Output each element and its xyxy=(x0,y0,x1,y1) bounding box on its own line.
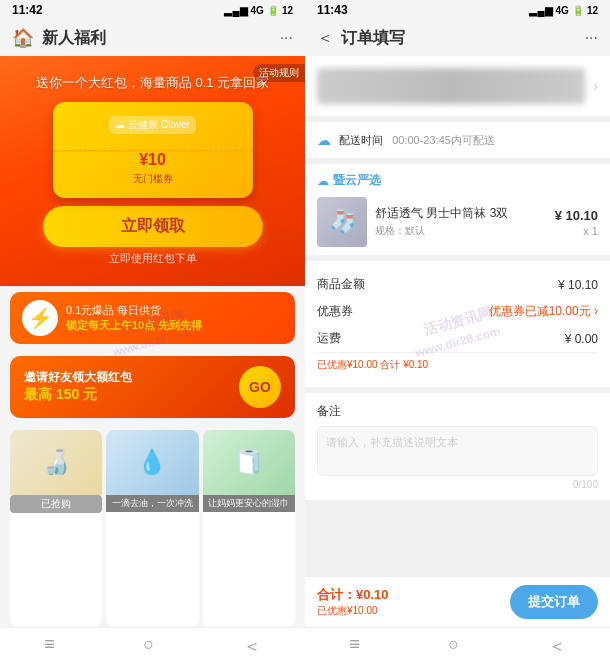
store-section: ☁ 暨云严选 🧦 舒适透气 男士中筒袜 3双 规格：默认 ¥ 10.10 x 1 xyxy=(305,158,610,255)
right-page-title: 订单填写 xyxy=(341,28,577,49)
go-button[interactable]: GO xyxy=(239,366,281,408)
right-network-type: 4G xyxy=(556,5,569,16)
right-nav-home-icon[interactable]: ○ xyxy=(448,634,459,658)
blurred-address xyxy=(317,68,585,104)
address-chevron: › xyxy=(593,78,598,94)
remark-section: 备注 请输入，补充描述说明文本 0/100 xyxy=(305,387,610,500)
product-qty: x 1 xyxy=(555,225,598,237)
coupon-row[interactable]: 优惠券 优惠券已减10.00元 › xyxy=(317,298,598,325)
nav-home-icon[interactable]: ○ xyxy=(143,634,154,658)
shipping-value: ¥ 0.00 xyxy=(565,332,598,346)
coupon-label: 优惠券 xyxy=(317,303,353,320)
store-name: 暨云严选 xyxy=(333,172,381,189)
savings-note: 已优惠¥10.00 合计 ¥0.10 xyxy=(317,358,428,372)
remark-placeholder: 请输入，补充描述说明文本 xyxy=(326,436,458,448)
right-more-options[interactable]: ··· xyxy=(585,29,598,47)
total-discount: 已优惠¥10.00 xyxy=(317,604,389,618)
cloud-icon: ☁ xyxy=(115,119,125,130)
claimed-badge: 已抢购 xyxy=(10,495,102,513)
product-card-2[interactable]: 🧻 让妈妈更安心的湿巾 xyxy=(203,430,295,628)
goods-value: ¥ 10.10 xyxy=(558,278,598,292)
delivery-section: ☁ 配送时间 00:00-23:45内可配送 xyxy=(305,116,610,158)
submit-order-button[interactable]: 提交订单 xyxy=(510,585,598,619)
product-image-2: 🧻 xyxy=(203,430,295,495)
shipping-label: 运费 xyxy=(317,330,341,347)
right-status-bar: 11:43 ▂▄▆ 4G 🔋 12 xyxy=(305,0,610,20)
left-time: 11:42 xyxy=(12,3,43,17)
home-icon[interactable]: 🏠 xyxy=(12,27,34,49)
left-nav-bar: 🏠 新人福利 ··· xyxy=(0,20,305,56)
total-info: 合计：¥0.10 已优惠¥10.00 xyxy=(317,586,389,618)
product-thumbnail: 🧦 xyxy=(317,197,367,247)
order-summary: 商品金额 ¥ 10.10 优惠券 优惠券已减10.00元 › 运费 ¥ 0.00 xyxy=(305,255,610,387)
right-nav-back-icon[interactable]: ＜ xyxy=(548,634,566,658)
threshold-label: 无门槛券 xyxy=(69,172,237,186)
right-status-icons: ▂▄▆ 4G 🔋 12 xyxy=(529,5,598,16)
main-banner: 活动规则 送你一个大红包，海量商品 0.1 元拿回家 ☁ 云健康 Clover … xyxy=(0,56,305,286)
signal-icon: ▂▄▆ xyxy=(224,5,247,16)
delivery-label: 配送时间 00:00-23:45内可配送 xyxy=(339,133,495,148)
product-card-0[interactable]: 🍶 已抢购 xyxy=(10,430,102,628)
left-bottom-nav: ≡ ○ ＜ xyxy=(0,627,305,662)
daily-deal-title: 0.1元爆品 每日供货 xyxy=(66,303,283,318)
daily-deal-subtitle: 锁定每天上午10点 先到先得 xyxy=(66,318,283,333)
product-price-qty: ¥ 10.10 x 1 xyxy=(555,208,598,237)
remark-input[interactable]: 请输入，补充描述说明文本 xyxy=(317,426,598,476)
right-panel: 11:43 ▂▄▆ 4G 🔋 12 ＜ 订单填写 ··· › ☁ xyxy=(305,0,610,662)
use-now-text: 立即使用红包下单 xyxy=(12,251,293,266)
daily-deal-section[interactable]: ⚡ 0.1元爆品 每日供货 锁定每天上午10点 先到先得 xyxy=(10,292,295,344)
product-card-1[interactable]: 💧 一滴去油，一次冲洗 xyxy=(106,430,198,628)
right-time: 11:43 xyxy=(317,3,348,17)
product-info: 舒适透气 男士中筒袜 3双 规格：默认 xyxy=(375,206,547,238)
savings-row: 已优惠¥10.00 合计 ¥0.10 xyxy=(317,353,598,377)
product-spec: 规格：默认 xyxy=(375,224,547,238)
product-image-0: 🍶 xyxy=(10,430,102,495)
clock-icon: ⚡ xyxy=(22,300,58,336)
more-options-icon[interactable]: ··· xyxy=(280,29,293,47)
claim-button[interactable]: 立即领取 xyxy=(43,206,263,247)
goods-amount-row: 商品金额 ¥ 10.10 xyxy=(317,271,598,298)
right-battery-icon: 🔋 xyxy=(572,5,584,16)
daily-deal-text: 0.1元爆品 每日供货 锁定每天上午10点 先到先得 xyxy=(66,303,283,333)
store-header: ☁ 暨云严选 xyxy=(317,172,598,189)
right-bottom-nav: ≡ ○ ＜ xyxy=(305,627,610,662)
product-item: 🧦 舒适透气 男士中筒袜 3双 规格：默认 ¥ 10.10 x 1 xyxy=(317,197,598,247)
right-bottom-bar: 合计：¥0.10 已优惠¥10.00 提交订单 xyxy=(305,576,610,627)
network-type: 4G xyxy=(251,5,264,16)
red-envelope-card: ☁ 云健康 Clover ¥10 无门槛券 xyxy=(53,102,253,198)
right-content-area: › ☁ 配送时间 00:00-23:45内可配送 ☁ 暨云严选 🧦 xyxy=(305,56,610,576)
delivery-cloud-icon: ☁ xyxy=(317,132,331,148)
battery-icon: 🔋 xyxy=(267,5,279,16)
product-image-1: 💧 xyxy=(106,430,198,495)
coupon-amount: ¥10 xyxy=(69,138,237,170)
invite-text: 邀请好友领大额红包 最高 150 元 xyxy=(24,369,132,404)
total-amount: 合计：¥0.10 xyxy=(317,586,389,604)
activity-rules-button[interactable]: 活动规则 xyxy=(253,64,305,82)
product-name: 舒适透气 男士中筒袜 3双 xyxy=(375,206,547,222)
right-signal-icon: ▂▄▆ xyxy=(529,5,552,16)
left-status-icons: ▂▄▆ 4G 🔋 12 xyxy=(224,5,293,16)
right-nav-bar: ＜ 订单填写 ··· xyxy=(305,20,610,56)
goods-label: 商品金额 xyxy=(317,276,365,293)
banner-subtitle: 送你一个大红包，海量商品 0.1 元拿回家 xyxy=(12,74,293,92)
nav-menu-icon[interactable]: ≡ xyxy=(44,634,55,658)
product-label-1: 一滴去油，一次冲洗 xyxy=(106,495,198,512)
nav-back-icon[interactable]: ＜ xyxy=(243,634,261,658)
product-grid: 🍶 已抢购 💧 一滴去油，一次冲洗 🧻 让妈妈更安心的湿巾 xyxy=(10,430,295,628)
invite-title: 邀请好友领大额红包 xyxy=(24,369,132,386)
left-panel: 11:42 ▂▄▆ 4G 🔋 12 🏠 新人福利 ··· 活动规则 送你一个大红… xyxy=(0,0,305,662)
battery-level: 12 xyxy=(282,5,293,16)
left-status-bar: 11:42 ▂▄▆ 4G 🔋 12 xyxy=(0,0,305,20)
invite-section[interactable]: 邀请好友领大额红包 最高 150 元 GO xyxy=(10,356,295,418)
right-nav-menu-icon[interactable]: ≡ xyxy=(349,634,360,658)
shipping-row: 运费 ¥ 0.00 xyxy=(317,325,598,352)
product-price: ¥ 10.10 xyxy=(555,208,598,223)
invite-amount: 最高 150 元 xyxy=(24,386,132,404)
cloud-health-badge: ☁ 云健康 Clover xyxy=(109,116,196,134)
address-card[interactable]: › xyxy=(305,56,610,116)
store-cloud-icon: ☁ xyxy=(317,174,329,188)
product-label-2: 让妈妈更安心的湿巾 xyxy=(203,495,295,512)
back-button[interactable]: ＜ xyxy=(317,28,333,49)
remark-label: 备注 xyxy=(317,403,598,420)
right-battery-level: 12 xyxy=(587,5,598,16)
